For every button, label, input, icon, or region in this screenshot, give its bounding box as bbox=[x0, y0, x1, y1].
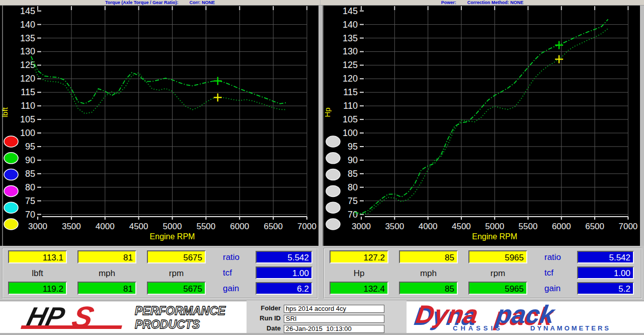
runid-label: Run ID bbox=[251, 314, 281, 322]
folder-input[interactable] bbox=[284, 305, 384, 313]
svg-text:80: 80 bbox=[25, 182, 35, 192]
date-input[interactable] bbox=[284, 325, 384, 333]
svg-text:7000: 7000 bbox=[618, 222, 637, 231]
svg-text:3500: 3500 bbox=[385, 222, 404, 231]
torque-run-rpm: 5675 bbox=[147, 282, 206, 295]
torque-cursor-value: 113.1 bbox=[8, 250, 67, 263]
dynapack-dynamometers-text: DYNAMOMETERS bbox=[530, 324, 611, 332]
folder-field-row: Folder bbox=[251, 304, 401, 313]
run-select-oval-2[interactable] bbox=[326, 153, 340, 164]
power-panel-header: Power: Correction Method: NONE bbox=[320, 0, 644, 6]
dynapack-logo: Dyna Dyna pack pack CHASSIS DYNAMOMETERS bbox=[409, 302, 638, 332]
svg-text:105: 105 bbox=[343, 114, 358, 124]
svg-text:120: 120 bbox=[20, 74, 35, 84]
svg-text:6000: 6000 bbox=[552, 222, 571, 231]
svg-text:3000: 3000 bbox=[352, 222, 371, 231]
torque-cursor-rpm: 5675 bbox=[147, 250, 206, 263]
power-header-title: Power: bbox=[441, 0, 456, 5]
svg-text:140: 140 bbox=[343, 20, 358, 30]
run-select-oval-4[interactable] bbox=[4, 185, 18, 196]
svg-text:4500: 4500 bbox=[452, 222, 471, 231]
svg-text:6000: 6000 bbox=[230, 222, 249, 231]
svg-text:5000: 5000 bbox=[485, 222, 504, 231]
rpm-unit-label: rpm bbox=[468, 269, 527, 279]
tcf-value: 1.00 bbox=[577, 266, 634, 279]
svg-text:105: 105 bbox=[20, 114, 35, 124]
torque-header-title: Torque (Axle Torque / Gear Ratio): bbox=[105, 0, 179, 5]
svg-text:95: 95 bbox=[25, 142, 35, 152]
svg-text:75: 75 bbox=[348, 196, 358, 206]
tcf-value: 1.00 bbox=[256, 266, 312, 279]
svg-text:100: 100 bbox=[343, 128, 358, 138]
torque-run-value: 119.2 bbox=[8, 282, 67, 295]
power-cursor-value: 127.2 bbox=[330, 250, 388, 263]
ratio-label: ratio bbox=[223, 252, 239, 262]
svg-text:5500: 5500 bbox=[519, 222, 538, 231]
svg-text:110: 110 bbox=[343, 101, 358, 111]
gain-label: gain bbox=[223, 284, 239, 294]
hps-logo: HP S PERFORMANCE PRODUCTS bbox=[7, 303, 245, 331]
power-chart: 7075808590951001051101151201251301351401… bbox=[323, 6, 640, 246]
svg-text:6500: 6500 bbox=[264, 222, 283, 231]
torque-unit-label: lbft bbox=[8, 269, 67, 279]
sri-run-dashdot bbox=[355, 19, 608, 214]
baseline-run-dotted bbox=[31, 60, 287, 114]
run-select-oval-6[interactable] bbox=[326, 219, 340, 230]
svg-text:135: 135 bbox=[20, 33, 35, 43]
svg-text:70: 70 bbox=[25, 210, 35, 220]
run-select-oval-5[interactable] bbox=[4, 202, 18, 213]
svg-text:100: 100 bbox=[20, 128, 35, 138]
run-select-oval-4[interactable] bbox=[326, 185, 340, 196]
svg-text:95: 95 bbox=[348, 142, 358, 152]
tcf-label: tcf bbox=[223, 268, 232, 278]
date-field-row: Date bbox=[251, 324, 401, 333]
run-select-oval-2[interactable] bbox=[4, 153, 18, 164]
svg-text:70: 70 bbox=[348, 210, 358, 220]
run-select-oval-3[interactable] bbox=[4, 169, 18, 180]
svg-text:5500: 5500 bbox=[196, 222, 215, 231]
torque-chart-panel: 7075808590951001051101151201251301351401… bbox=[0, 6, 318, 246]
run-select-oval-6[interactable] bbox=[4, 219, 18, 230]
svg-text:110: 110 bbox=[21, 101, 35, 111]
svg-text:140: 140 bbox=[20, 20, 35, 30]
svg-text:145: 145 bbox=[343, 6, 358, 16]
run-select-oval-1[interactable] bbox=[4, 136, 18, 147]
run-select-oval-3[interactable] bbox=[326, 169, 340, 180]
svg-text:115: 115 bbox=[21, 87, 35, 97]
runid-input[interactable] bbox=[284, 315, 384, 323]
baseline-run-dotted bbox=[355, 29, 608, 214]
svg-text:4000: 4000 bbox=[96, 222, 115, 231]
hps-performance-text: PERFORMANCE bbox=[135, 304, 226, 317]
power-run-mph: 85 bbox=[399, 282, 458, 295]
torque-results-group: 113.1 81 5675 lbft mph rpm 119.2 81 5675… bbox=[2, 248, 318, 299]
svg-text:4000: 4000 bbox=[419, 222, 438, 231]
svg-text:90: 90 bbox=[25, 155, 35, 165]
run-select-oval-1[interactable] bbox=[326, 136, 340, 147]
svg-text:80: 80 bbox=[348, 182, 358, 192]
svg-text:Engine RPM: Engine RPM bbox=[472, 232, 517, 241]
svg-text:85: 85 bbox=[348, 169, 358, 179]
svg-text:145: 145 bbox=[20, 6, 35, 16]
folder-label: Folder bbox=[251, 304, 281, 312]
torque-cursor-mph: 81 bbox=[77, 250, 136, 263]
mph-unit-label: mph bbox=[399, 269, 458, 279]
torque-run-mph: 81 bbox=[77, 282, 136, 295]
dynapack-chassis-text: CHASSIS bbox=[453, 324, 503, 332]
svg-text:120: 120 bbox=[343, 74, 358, 84]
svg-text:lbft: lbft bbox=[1, 107, 9, 117]
dyno-software-window: Torque (Axle Torque / Gear Ratio): Corr:… bbox=[0, 0, 644, 335]
rpm-unit-label: rpm bbox=[147, 269, 206, 279]
ratio-value: 5.542 bbox=[256, 251, 312, 263]
svg-text:130: 130 bbox=[20, 46, 35, 56]
hp-unit-label: Hp bbox=[330, 269, 388, 279]
power-results-group: 127.2 85 5965 Hp mph rpm 132.4 85 5965 r… bbox=[324, 248, 642, 299]
svg-text:3500: 3500 bbox=[62, 222, 81, 231]
ratio-label: ratio bbox=[544, 252, 561, 262]
svg-text:3000: 3000 bbox=[28, 222, 47, 231]
svg-text:Hp: Hp bbox=[323, 107, 332, 117]
svg-text:130: 130 bbox=[343, 46, 358, 56]
run-select-oval-5[interactable] bbox=[326, 202, 340, 213]
torque-chart: 7075808590951001051101151201251301351401… bbox=[0, 6, 318, 246]
hps-products-text: PRODUCTS bbox=[135, 318, 200, 331]
svg-text:7000: 7000 bbox=[297, 222, 316, 231]
